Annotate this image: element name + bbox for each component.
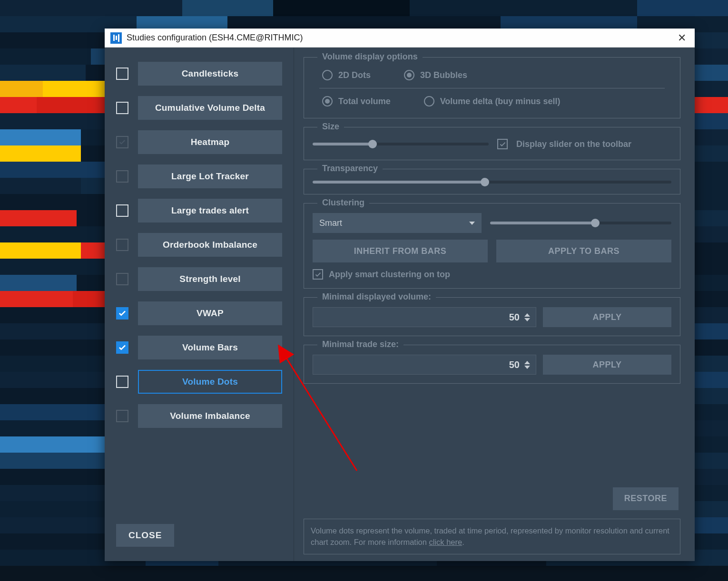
study-list: CandlesticksCumulative Volume DeltaHeatm… [116, 62, 282, 524]
display-options-legend: Volume display options [317, 52, 423, 62]
radio-circle-icon [424, 96, 434, 107]
min-trade-value: 50 [509, 359, 520, 370]
min-trade-apply-button[interactable]: APPLY [543, 355, 671, 375]
study-item: Candlesticks [116, 62, 282, 86]
min-volume-legend: Minimal displayed volume: [317, 292, 436, 302]
study-button[interactable]: Large Lot Tracker [138, 165, 282, 188]
transparency-legend: Transparency [317, 164, 383, 174]
study-item: Large trades alert [116, 199, 282, 223]
study-item: Volume Imbalance [116, 404, 282, 428]
spinner-up-icon[interactable] [524, 361, 530, 364]
study-button[interactable]: Orderbook Imbalance [138, 233, 282, 257]
radio-circle-icon [322, 70, 333, 80]
chevron-down-icon [469, 222, 475, 225]
study-button[interactable]: Volume Dots [138, 370, 282, 394]
study-checkbox [116, 273, 128, 285]
study-checkbox[interactable] [116, 204, 128, 217]
dialog-content: CandlesticksCumulative Volume DeltaHeatm… [105, 48, 695, 561]
smart-cluster-label: Apply smart clustering on top [329, 270, 450, 280]
min-volume-group: Minimal displayed volume: 50 APPLY [304, 297, 680, 336]
apply-bars-button[interactable]: APPLY TO BARS [496, 240, 671, 262]
study-checkbox[interactable] [116, 307, 128, 320]
study-item: Volume Bars [116, 336, 282, 359]
dialog-titlebar[interactable]: Studies configuration (ESH4.CME@RITHMIC)… [105, 29, 695, 48]
radio-option[interactable]: Total volume [322, 96, 391, 107]
clustering-slider[interactable] [490, 222, 671, 224]
close-button[interactable]: CLOSE [116, 524, 174, 547]
clustering-group: Clustering Smart INHERIT FROM BARS APPLY… [304, 203, 680, 289]
config-panel: Volume display options 2D Dots3D Bubbles… [294, 48, 695, 561]
radio-option[interactable]: 3D Bubbles [404, 70, 467, 80]
restore-button[interactable]: RESTORE [613, 487, 679, 510]
radio-label: 3D Bubbles [420, 70, 467, 80]
study-checkbox [116, 239, 128, 251]
study-button[interactable]: Volume Bars [138, 336, 282, 359]
dialog-title: Studies configuration (ESH4.CME@RITHMIC) [127, 33, 675, 43]
toolbar-slider-checkbox[interactable] [497, 139, 508, 149]
study-item: Heatmap [116, 130, 282, 154]
study-item: Cumulative Volume Delta [116, 96, 282, 120]
study-button[interactable]: VWAP [138, 301, 282, 325]
radio-label: Total volume [338, 97, 391, 107]
toolbar-slider-label: Display slider on the toolbar [516, 139, 631, 149]
size-group: Size Display slider on the toolbar [304, 127, 680, 160]
study-item: Volume Dots [116, 370, 282, 394]
description-box: Volume dots represent the volume, traded… [304, 519, 680, 555]
size-legend: Size [317, 122, 344, 132]
transparency-slider[interactable] [313, 181, 671, 184]
study-button[interactable]: Candlesticks [138, 62, 282, 86]
study-checkbox[interactable] [116, 341, 128, 354]
radio-option[interactable]: Volume delta (buy minus sell) [424, 96, 561, 107]
studies-config-dialog: Studies configuration (ESH4.CME@RITHMIC)… [105, 29, 695, 561]
study-button[interactable]: Large trades alert [138, 199, 282, 223]
min-volume-value: 50 [509, 312, 520, 323]
study-item: Orderbook Imbalance [116, 233, 282, 257]
clustering-value: Smart [319, 218, 342, 228]
app-logo-icon [110, 32, 122, 44]
transparency-group: Transparency [304, 169, 680, 194]
min-trade-group: Minimal trade size: 50 APPLY [304, 345, 680, 384]
size-slider[interactable] [313, 143, 489, 145]
radio-circle-icon [322, 96, 333, 107]
radio-label: Volume delta (buy minus sell) [440, 97, 561, 107]
study-button[interactable]: Heatmap [138, 130, 282, 154]
study-checkbox[interactable] [116, 68, 128, 80]
radio-circle-icon [404, 70, 414, 80]
min-volume-apply-button[interactable]: APPLY [543, 307, 671, 327]
study-checkbox [116, 136, 128, 148]
study-checkbox [116, 170, 128, 183]
radio-label: 2D Dots [338, 70, 371, 80]
min-trade-legend: Minimal trade size: [317, 339, 403, 349]
close-icon[interactable]: ✕ [675, 32, 689, 44]
min-volume-input[interactable]: 50 [313, 307, 536, 327]
spinner-down-icon[interactable] [524, 318, 530, 321]
min-trade-input[interactable]: 50 [313, 355, 536, 375]
spinner-up-icon[interactable] [524, 313, 530, 317]
spinner-down-icon[interactable] [524, 366, 530, 369]
study-checkbox[interactable] [116, 376, 128, 388]
smart-cluster-checkbox[interactable] [313, 269, 323, 280]
inherit-button[interactable]: INHERIT FROM BARS [313, 240, 488, 262]
study-item: Strength level [116, 267, 282, 291]
description-text: Volume dots represent the volume, traded… [311, 526, 669, 547]
study-button[interactable]: Cumulative Volume Delta [138, 96, 282, 120]
study-checkbox[interactable] [116, 102, 128, 114]
clustering-legend: Clustering [317, 198, 369, 208]
study-button[interactable]: Volume Imbalance [138, 404, 282, 428]
clustering-dropdown[interactable]: Smart [313, 213, 482, 233]
sidebar: CandlesticksCumulative Volume DeltaHeatm… [105, 48, 294, 561]
description-link[interactable]: click here [429, 538, 462, 546]
study-checkbox [116, 410, 128, 422]
display-options-group: Volume display options 2D Dots3D Bubbles… [304, 57, 680, 118]
study-button[interactable]: Strength level [138, 267, 282, 291]
study-item: Large Lot Tracker [116, 165, 282, 188]
radio-option[interactable]: 2D Dots [322, 70, 371, 80]
study-item: VWAP [116, 301, 282, 325]
